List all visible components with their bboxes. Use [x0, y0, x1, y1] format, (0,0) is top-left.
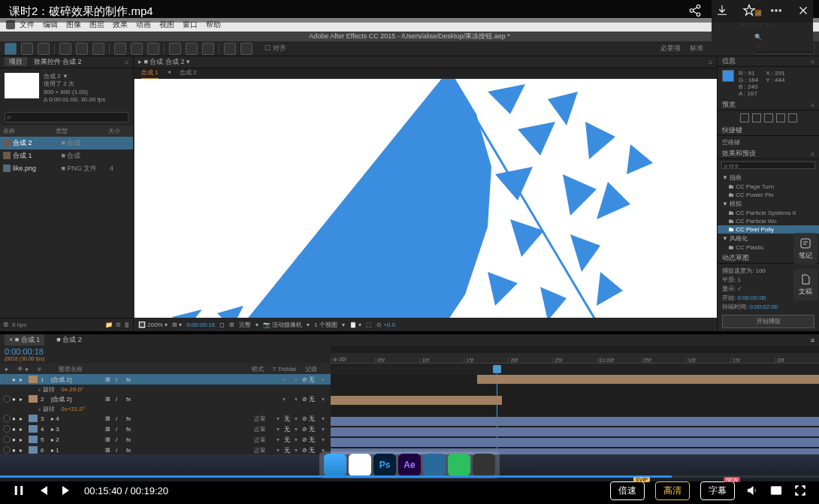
notifications-icon[interactable]: ☰	[756, 45, 761, 52]
evernote-icon[interactable]	[448, 454, 470, 476]
macos-dock[interactable]: Ps Ae	[319, 451, 500, 478]
project-search-input[interactable]	[5, 112, 128, 122]
layer-row[interactable]: ●▸2[合成 2]⊞/fx▾▾⊘ 无▾	[0, 394, 331, 404]
timeline-timecode[interactable]: 0:00:00:18	[5, 347, 326, 356]
clone-tool[interactable]	[186, 43, 198, 55]
breadcrumb-2[interactable]: 合成 2	[180, 68, 197, 79]
layer-row[interactable]: ●▸6▸ 1⊞/fx正常▾无▾⊘ 无▾	[0, 445, 331, 455]
transcript-button[interactable]: 文稿	[793, 269, 817, 300]
time-ruler[interactable]: ⊕ 00f05f10f15f20f25f01:00f05f10f15f20f	[331, 353, 819, 364]
exposure-value[interactable]: ⊙ +0.0	[376, 321, 395, 328]
more-button[interactable]	[769, 4, 783, 19]
prev-frame-button[interactable]	[752, 113, 761, 122]
hand-tool[interactable]	[21, 43, 33, 55]
trash-icon[interactable]: 🗑	[124, 321, 130, 328]
next-chapter-button[interactable]	[60, 484, 74, 499]
quicktime-icon[interactable]	[423, 454, 446, 476]
roi-icon[interactable]: ◻	[219, 321, 225, 328]
camera-icon[interactable]: 📷 活动摄像机	[263, 321, 302, 329]
project-item[interactable]: 合成 1■ 合成	[0, 149, 133, 162]
preview-tab[interactable]: 预览	[722, 100, 736, 110]
layer-row[interactable]: ●▸1[合成 2]⊞/fx▾▾⊘ 无▾	[0, 374, 331, 385]
shortcut-value[interactable]: 空格键	[718, 136, 819, 149]
next-frame-button[interactable]	[776, 113, 785, 122]
share-button[interactable]	[688, 4, 702, 19]
finder-icon[interactable]	[324, 454, 346, 476]
app-icon[interactable]	[473, 454, 495, 476]
volume-button[interactable]	[745, 484, 759, 499]
last-frame-button[interactable]	[788, 113, 797, 122]
chrome-icon[interactable]	[349, 454, 371, 476]
start-capture-button[interactable]: 开始捕捉	[722, 315, 814, 328]
pen-tool[interactable]	[131, 43, 143, 55]
text-tool[interactable]	[147, 43, 159, 55]
workspace-standard[interactable]: 标准	[690, 44, 703, 54]
views-selector[interactable]: 1 个视图	[314, 321, 337, 329]
project-item[interactable]: like.png■ PNG 文件4	[0, 162, 133, 175]
interpret-footage-icon[interactable]: 🖹	[3, 321, 9, 328]
quality-button[interactable]: 高清	[655, 481, 690, 500]
viewer-timecode[interactable]: 0:00:00:18	[186, 321, 215, 328]
res-selector[interactable]: ⊞ ▾	[172, 321, 182, 328]
effect-item[interactable]: 🖿 CC Particle Systems II	[718, 209, 819, 217]
col-type[interactable]: 类型	[56, 127, 108, 135]
quality-selector[interactable]: 完整	[239, 321, 251, 329]
notes-button[interactable]: 笔记	[793, 233, 817, 264]
puppet-tool[interactable]	[240, 43, 252, 55]
layer-property-rotation[interactable]: ⬨ 旋转0x-29.0°	[0, 385, 331, 394]
zoom-selector[interactable]: 🔳 200% ▾	[138, 321, 168, 328]
brush-tool[interactable]	[169, 43, 181, 55]
effect-category[interactable]: ▼ 模拟	[718, 199, 819, 209]
effect-controls-tab[interactable]: 效果控件 合成 2	[29, 57, 86, 66]
col-size[interactable]: 大小	[108, 127, 130, 135]
pan-behind-tool[interactable]	[92, 43, 104, 55]
viewer-tab[interactable]: 合成 合成 2	[150, 58, 184, 65]
effects-search-input[interactable]	[721, 161, 815, 169]
panel-menu-icon[interactable]: ≡	[125, 59, 128, 66]
fullscreen-button[interactable]	[793, 484, 807, 499]
panel-menu-icon[interactable]: ≡	[709, 59, 712, 66]
zoom-tool[interactable]	[38, 43, 50, 55]
shape-tool[interactable]	[114, 43, 126, 55]
aftereffects-icon[interactable]: Ae	[398, 454, 421, 476]
close-button[interactable]	[796, 4, 810, 19]
first-frame-button[interactable]	[740, 113, 749, 122]
roto-tool[interactable]	[224, 43, 236, 55]
effect-item[interactable]: 🖿 CC Page Turn	[718, 183, 819, 191]
new-comp-icon[interactable]: ⊞	[116, 321, 121, 328]
snap-toggle[interactable]: ☐ 对齐	[264, 44, 286, 53]
download-button[interactable]	[715, 4, 729, 19]
new-folder-icon[interactable]: 📁	[105, 321, 113, 328]
pip-button[interactable]	[769, 484, 783, 499]
effect-item[interactable]: 🖿 CC Power Pin	[718, 191, 819, 199]
fast-previews-icon[interactable]: 📋 ▾	[349, 321, 361, 328]
effects-tab[interactable]: 效果和预设	[722, 149, 756, 158]
prev-chapter-button[interactable]	[36, 484, 50, 499]
col-name[interactable]: 名称	[3, 127, 56, 135]
speed-button[interactable]: 倍速SVIP	[610, 481, 645, 500]
effect-category[interactable]: ▼ 扭曲	[718, 173, 819, 183]
progress-bar[interactable]	[0, 475, 819, 478]
project-item[interactable]: 合成 2■ 合成	[0, 137, 133, 149]
3d-icon[interactable]: ⬚	[366, 321, 372, 328]
layer-property-rotation[interactable]: ⬨ 旋转0x+31.0°	[0, 404, 331, 413]
motion-sketch-tab[interactable]: 动态草图	[722, 253, 749, 263]
project-list[interactable]: 合成 2■ 合成合成 1■ 合成like.png■ PNG 文件4	[0, 137, 133, 318]
timeline-navigator[interactable]	[331, 346, 819, 353]
layer-row[interactable]: ●▸3▸ 4⊞/fx正常▾无▾⊘ 无▾	[0, 413, 331, 424]
breadcrumb-1[interactable]: 合成 1	[141, 68, 159, 79]
play-button[interactable]	[764, 113, 773, 122]
effect-item[interactable]: 🖿 CC Particle Wo	[718, 217, 819, 225]
favorite-button[interactable]	[742, 4, 756, 19]
photoshop-icon[interactable]: Ps	[373, 454, 396, 476]
layer-row[interactable]: ●▸5▸ 2⊞/fx正常▾无▾⊘ 无▾	[0, 434, 331, 445]
timeline-tab-2[interactable]: ■ 合成 2	[52, 334, 86, 346]
play-pause-button[interactable]	[12, 484, 26, 499]
eraser-tool[interactable]	[202, 43, 214, 55]
viewer-canvas[interactable]	[134, 79, 717, 318]
bpc-indicator[interactable]: 8 bpc	[12, 321, 27, 328]
rotate-tool[interactable]	[59, 43, 71, 55]
workspace-essentials[interactable]: 必要项	[660, 44, 681, 54]
info-tab[interactable]: 信息	[722, 56, 736, 66]
layer-row[interactable]: ●▸4▸ 3⊞/fx正常▾无▾⊘ 无▾	[0, 424, 331, 434]
